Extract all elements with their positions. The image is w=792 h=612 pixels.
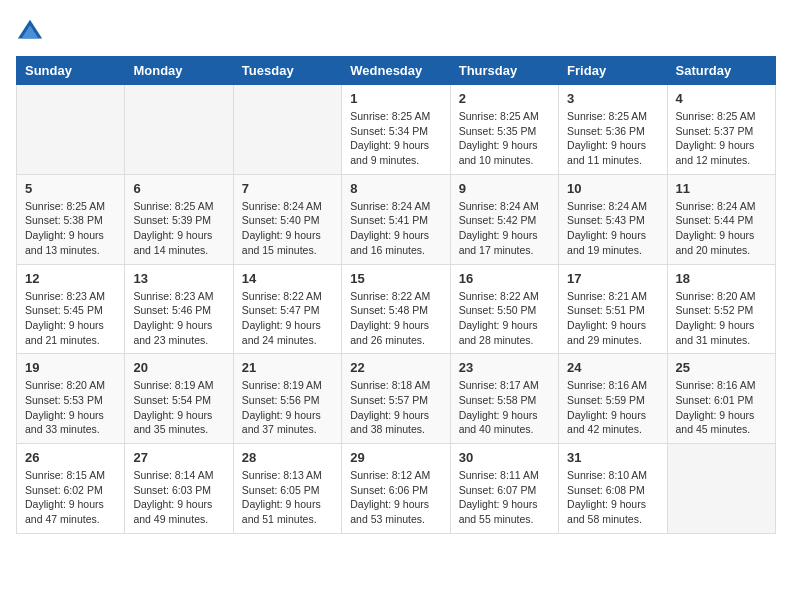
calendar-cell: [667, 444, 775, 534]
weekday-header-tuesday: Tuesday: [233, 57, 341, 85]
logo-icon: [16, 16, 44, 44]
day-info: Sunrise: 8:14 AMSunset: 6:03 PMDaylight:…: [133, 469, 213, 525]
day-info: Sunrise: 8:23 AMSunset: 5:45 PMDaylight:…: [25, 290, 105, 346]
day-number: 26: [25, 450, 116, 465]
day-info: Sunrise: 8:20 AMSunset: 5:53 PMDaylight:…: [25, 379, 105, 435]
day-number: 10: [567, 181, 658, 196]
day-info: Sunrise: 8:19 AMSunset: 5:54 PMDaylight:…: [133, 379, 213, 435]
day-number: 7: [242, 181, 333, 196]
day-info: Sunrise: 8:12 AMSunset: 6:06 PMDaylight:…: [350, 469, 430, 525]
calendar-cell: 29Sunrise: 8:12 AMSunset: 6:06 PMDayligh…: [342, 444, 450, 534]
calendar-cell: 31Sunrise: 8:10 AMSunset: 6:08 PMDayligh…: [559, 444, 667, 534]
calendar-cell: 15Sunrise: 8:22 AMSunset: 5:48 PMDayligh…: [342, 264, 450, 354]
weekday-header-wednesday: Wednesday: [342, 57, 450, 85]
day-info: Sunrise: 8:19 AMSunset: 5:56 PMDaylight:…: [242, 379, 322, 435]
weekday-header-friday: Friday: [559, 57, 667, 85]
calendar-cell: [17, 85, 125, 175]
day-number: 23: [459, 360, 550, 375]
calendar-cell: [125, 85, 233, 175]
day-number: 11: [676, 181, 767, 196]
calendar-cell: 11Sunrise: 8:24 AMSunset: 5:44 PMDayligh…: [667, 174, 775, 264]
day-info: Sunrise: 8:25 AMSunset: 5:36 PMDaylight:…: [567, 110, 647, 166]
day-number: 2: [459, 91, 550, 106]
logo: [16, 16, 48, 44]
calendar-cell: 24Sunrise: 8:16 AMSunset: 5:59 PMDayligh…: [559, 354, 667, 444]
day-info: Sunrise: 8:11 AMSunset: 6:07 PMDaylight:…: [459, 469, 539, 525]
day-number: 24: [567, 360, 658, 375]
calendar-body: 1Sunrise: 8:25 AMSunset: 5:34 PMDaylight…: [17, 85, 776, 534]
calendar-cell: 17Sunrise: 8:21 AMSunset: 5:51 PMDayligh…: [559, 264, 667, 354]
day-info: Sunrise: 8:25 AMSunset: 5:38 PMDaylight:…: [25, 200, 105, 256]
day-number: 8: [350, 181, 441, 196]
calendar-cell: 25Sunrise: 8:16 AMSunset: 6:01 PMDayligh…: [667, 354, 775, 444]
day-info: Sunrise: 8:25 AMSunset: 5:35 PMDaylight:…: [459, 110, 539, 166]
day-number: 29: [350, 450, 441, 465]
day-number: 4: [676, 91, 767, 106]
day-info: Sunrise: 8:17 AMSunset: 5:58 PMDaylight:…: [459, 379, 539, 435]
day-number: 13: [133, 271, 224, 286]
day-info: Sunrise: 8:15 AMSunset: 6:02 PMDaylight:…: [25, 469, 105, 525]
calendar-cell: 14Sunrise: 8:22 AMSunset: 5:47 PMDayligh…: [233, 264, 341, 354]
day-info: Sunrise: 8:24 AMSunset: 5:44 PMDaylight:…: [676, 200, 756, 256]
day-info: Sunrise: 8:25 AMSunset: 5:34 PMDaylight:…: [350, 110, 430, 166]
day-number: 31: [567, 450, 658, 465]
calendar-cell: [233, 85, 341, 175]
calendar-cell: 8Sunrise: 8:24 AMSunset: 5:41 PMDaylight…: [342, 174, 450, 264]
calendar-cell: 19Sunrise: 8:20 AMSunset: 5:53 PMDayligh…: [17, 354, 125, 444]
calendar-cell: 2Sunrise: 8:25 AMSunset: 5:35 PMDaylight…: [450, 85, 558, 175]
day-number: 6: [133, 181, 224, 196]
day-number: 28: [242, 450, 333, 465]
calendar-cell: 22Sunrise: 8:18 AMSunset: 5:57 PMDayligh…: [342, 354, 450, 444]
day-number: 3: [567, 91, 658, 106]
weekday-header-monday: Monday: [125, 57, 233, 85]
day-number: 18: [676, 271, 767, 286]
day-info: Sunrise: 8:10 AMSunset: 6:08 PMDaylight:…: [567, 469, 647, 525]
calendar-cell: 4Sunrise: 8:25 AMSunset: 5:37 PMDaylight…: [667, 85, 775, 175]
day-number: 17: [567, 271, 658, 286]
calendar-header: SundayMondayTuesdayWednesdayThursdayFrid…: [17, 57, 776, 85]
day-info: Sunrise: 8:16 AMSunset: 6:01 PMDaylight:…: [676, 379, 756, 435]
calendar-cell: 13Sunrise: 8:23 AMSunset: 5:46 PMDayligh…: [125, 264, 233, 354]
week-row-5: 26Sunrise: 8:15 AMSunset: 6:02 PMDayligh…: [17, 444, 776, 534]
day-info: Sunrise: 8:21 AMSunset: 5:51 PMDaylight:…: [567, 290, 647, 346]
day-number: 9: [459, 181, 550, 196]
calendar-cell: 1Sunrise: 8:25 AMSunset: 5:34 PMDaylight…: [342, 85, 450, 175]
calendar-cell: 3Sunrise: 8:25 AMSunset: 5:36 PMDaylight…: [559, 85, 667, 175]
day-info: Sunrise: 8:24 AMSunset: 5:41 PMDaylight:…: [350, 200, 430, 256]
calendar-cell: 7Sunrise: 8:24 AMSunset: 5:40 PMDaylight…: [233, 174, 341, 264]
day-number: 14: [242, 271, 333, 286]
day-info: Sunrise: 8:16 AMSunset: 5:59 PMDaylight:…: [567, 379, 647, 435]
day-number: 5: [25, 181, 116, 196]
day-info: Sunrise: 8:24 AMSunset: 5:40 PMDaylight:…: [242, 200, 322, 256]
calendar-cell: 30Sunrise: 8:11 AMSunset: 6:07 PMDayligh…: [450, 444, 558, 534]
day-info: Sunrise: 8:22 AMSunset: 5:48 PMDaylight:…: [350, 290, 430, 346]
day-info: Sunrise: 8:18 AMSunset: 5:57 PMDaylight:…: [350, 379, 430, 435]
day-info: Sunrise: 8:24 AMSunset: 5:42 PMDaylight:…: [459, 200, 539, 256]
day-number: 20: [133, 360, 224, 375]
day-info: Sunrise: 8:24 AMSunset: 5:43 PMDaylight:…: [567, 200, 647, 256]
calendar-cell: 6Sunrise: 8:25 AMSunset: 5:39 PMDaylight…: [125, 174, 233, 264]
day-number: 27: [133, 450, 224, 465]
day-info: Sunrise: 8:25 AMSunset: 5:39 PMDaylight:…: [133, 200, 213, 256]
calendar-cell: 27Sunrise: 8:14 AMSunset: 6:03 PMDayligh…: [125, 444, 233, 534]
day-number: 12: [25, 271, 116, 286]
calendar-cell: 9Sunrise: 8:24 AMSunset: 5:42 PMDaylight…: [450, 174, 558, 264]
calendar-cell: 16Sunrise: 8:22 AMSunset: 5:50 PMDayligh…: [450, 264, 558, 354]
week-row-2: 5Sunrise: 8:25 AMSunset: 5:38 PMDaylight…: [17, 174, 776, 264]
weekday-header-sunday: Sunday: [17, 57, 125, 85]
day-number: 22: [350, 360, 441, 375]
weekday-row: SundayMondayTuesdayWednesdayThursdayFrid…: [17, 57, 776, 85]
day-number: 25: [676, 360, 767, 375]
day-info: Sunrise: 8:22 AMSunset: 5:47 PMDaylight:…: [242, 290, 322, 346]
weekday-header-thursday: Thursday: [450, 57, 558, 85]
day-number: 21: [242, 360, 333, 375]
day-info: Sunrise: 8:20 AMSunset: 5:52 PMDaylight:…: [676, 290, 756, 346]
day-number: 19: [25, 360, 116, 375]
calendar-cell: 5Sunrise: 8:25 AMSunset: 5:38 PMDaylight…: [17, 174, 125, 264]
day-info: Sunrise: 8:22 AMSunset: 5:50 PMDaylight:…: [459, 290, 539, 346]
calendar-cell: 20Sunrise: 8:19 AMSunset: 5:54 PMDayligh…: [125, 354, 233, 444]
week-row-4: 19Sunrise: 8:20 AMSunset: 5:53 PMDayligh…: [17, 354, 776, 444]
day-number: 30: [459, 450, 550, 465]
day-number: 15: [350, 271, 441, 286]
day-number: 1: [350, 91, 441, 106]
